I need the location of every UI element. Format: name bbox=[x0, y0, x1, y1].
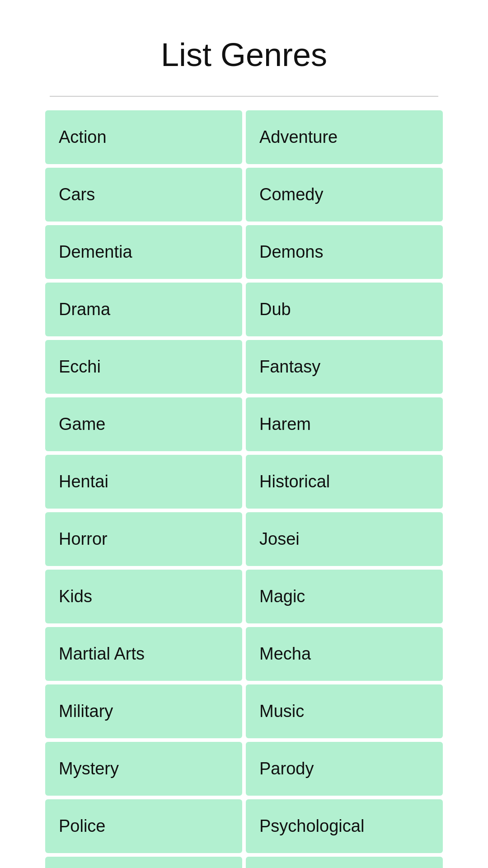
page-header: List Genres bbox=[0, 0, 488, 87]
genre-item-hentai[interactable]: Hentai bbox=[45, 455, 242, 509]
genre-item-cars[interactable]: Cars bbox=[45, 168, 242, 222]
genre-item-adventure[interactable]: Adventure bbox=[246, 110, 443, 164]
genre-item-josei[interactable]: Josei bbox=[246, 512, 443, 566]
genre-item-ecchi[interactable]: Ecchi bbox=[45, 340, 242, 394]
genre-item-music[interactable]: Music bbox=[246, 684, 443, 738]
genre-item-demons[interactable]: Demons bbox=[246, 225, 443, 279]
genre-item-dementia[interactable]: Dementia bbox=[45, 225, 242, 279]
genre-item-kids[interactable]: Kids bbox=[45, 570, 242, 623]
genre-item-samurai[interactable]: Samurai bbox=[246, 857, 443, 868]
genre-item-magic[interactable]: Magic bbox=[246, 570, 443, 623]
header-divider bbox=[50, 96, 438, 97]
genre-item-martial-arts[interactable]: Martial Arts bbox=[45, 627, 242, 681]
genre-item-drama[interactable]: Drama bbox=[45, 283, 242, 336]
genre-item-dub[interactable]: Dub bbox=[246, 283, 443, 336]
genre-item-action[interactable]: Action bbox=[45, 110, 242, 164]
genre-item-harem[interactable]: Harem bbox=[246, 397, 443, 451]
genres-grid: ActionAdventureCarsComedyDementiaDemonsD… bbox=[0, 110, 488, 868]
genre-item-parody[interactable]: Parody bbox=[246, 742, 443, 796]
genre-item-psychological[interactable]: Psychological bbox=[246, 799, 443, 853]
genre-item-comedy[interactable]: Comedy bbox=[246, 168, 443, 222]
genre-item-mecha[interactable]: Mecha bbox=[246, 627, 443, 681]
genre-item-police[interactable]: Police bbox=[45, 799, 242, 853]
page-title: List Genres bbox=[9, 36, 479, 73]
genre-item-historical[interactable]: Historical bbox=[246, 455, 443, 509]
genre-item-military[interactable]: Military bbox=[45, 684, 242, 738]
genre-item-horror[interactable]: Horror bbox=[45, 512, 242, 566]
genre-item-fantasy[interactable]: Fantasy bbox=[246, 340, 443, 394]
genre-item-mystery[interactable]: Mystery bbox=[45, 742, 242, 796]
genre-item-romance[interactable]: Romance bbox=[45, 857, 242, 868]
genre-item-game[interactable]: Game bbox=[45, 397, 242, 451]
